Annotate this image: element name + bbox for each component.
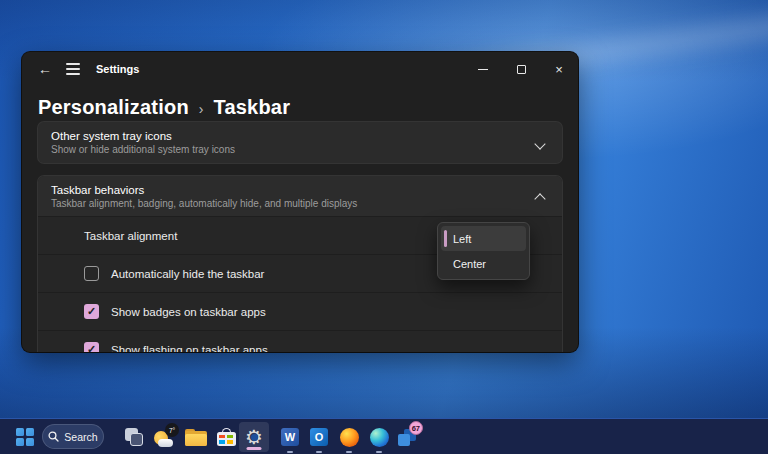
dropdown-option-left[interactable]: Left bbox=[441, 226, 526, 251]
firefox-button[interactable] bbox=[335, 419, 363, 454]
search-label: Search bbox=[64, 431, 97, 443]
store-bag-icon bbox=[217, 428, 236, 446]
settings-taskbar-button[interactable]: ⚙ bbox=[239, 419, 269, 454]
gear-center-dot bbox=[251, 434, 258, 441]
dropdown-option-left-label: Left bbox=[453, 233, 471, 245]
alignment-dropdown: Left Center bbox=[437, 222, 530, 280]
dropdown-option-center-label: Center bbox=[453, 258, 486, 270]
windows-logo-icon bbox=[16, 428, 34, 446]
mail-icon: 67 bbox=[397, 427, 417, 447]
window-controls: × bbox=[464, 52, 578, 86]
firefox-icon bbox=[340, 428, 359, 447]
titlebar: ← Settings × bbox=[22, 52, 578, 86]
word-button[interactable]: W bbox=[276, 419, 304, 454]
minimize-button[interactable] bbox=[464, 52, 502, 86]
edge-button[interactable] bbox=[365, 419, 393, 454]
active-underline bbox=[247, 447, 262, 450]
screen: ← Settings × Personalization › Taskbar O… bbox=[0, 0, 768, 454]
mail-button[interactable]: 67 bbox=[393, 419, 421, 454]
running-indicator bbox=[376, 451, 382, 453]
edge-icon bbox=[370, 428, 389, 447]
selection-accent-bar bbox=[444, 230, 447, 247]
close-button[interactable]: × bbox=[540, 52, 578, 86]
settings-window: ← Settings × Personalization › Taskbar O… bbox=[22, 52, 578, 352]
show-flashing-label: Show flashing on taskbar apps bbox=[111, 344, 268, 353]
show-badges-row: ✓ Show badges on taskbar apps bbox=[38, 292, 562, 330]
running-indicator bbox=[316, 451, 322, 453]
titlebar-left: ← Settings bbox=[22, 62, 139, 76]
tray-icons-card[interactable]: Other system tray icons Show or hide add… bbox=[38, 122, 562, 163]
show-flashing-row: ✓ Show flashing on taskbar apps bbox=[38, 330, 562, 352]
store-button[interactable] bbox=[212, 419, 240, 454]
notification-badge: 67 bbox=[409, 421, 423, 435]
show-badges-checkbox[interactable]: ✓ bbox=[84, 304, 99, 319]
show-flashing-checkbox[interactable]: ✓ bbox=[84, 342, 99, 352]
dropdown-option-center[interactable]: Center bbox=[441, 251, 526, 276]
search-button[interactable]: Search bbox=[42, 424, 104, 449]
word-icon: W bbox=[281, 428, 299, 446]
running-indicator bbox=[346, 451, 352, 453]
file-explorer-button[interactable] bbox=[182, 419, 210, 454]
tray-card-text: Other system tray icons Show or hide add… bbox=[51, 130, 235, 155]
chevron-down-icon[interactable] bbox=[536, 138, 546, 148]
minimize-icon bbox=[478, 69, 488, 70]
outlook-icon: O bbox=[310, 428, 328, 446]
app-title: Settings bbox=[96, 63, 139, 75]
taskbar: Search 7° ⚙ bbox=[0, 418, 768, 454]
behaviors-header-text: Taskbar behaviors Taskbar alignment, bad… bbox=[51, 184, 357, 209]
back-icon[interactable]: ← bbox=[38, 62, 52, 76]
task-view-icon bbox=[124, 427, 144, 447]
weather-icon: 7° bbox=[154, 425, 178, 449]
folder-icon bbox=[185, 429, 207, 446]
auto-hide-label: Automatically hide the taskbar bbox=[111, 268, 264, 280]
running-indicator bbox=[287, 451, 293, 453]
maximize-icon bbox=[517, 65, 526, 74]
start-button[interactable] bbox=[10, 419, 40, 454]
auto-hide-checkbox[interactable] bbox=[84, 266, 99, 281]
breadcrumb: Personalization › Taskbar bbox=[22, 86, 578, 119]
temperature-badge: 7° bbox=[165, 423, 179, 437]
breadcrumb-separator: › bbox=[199, 99, 204, 117]
chevron-up-icon[interactable] bbox=[536, 191, 546, 201]
cloud-icon bbox=[158, 439, 173, 447]
tray-card-subtitle: Show or hide additional system tray icon… bbox=[51, 144, 235, 155]
breadcrumb-root[interactable]: Personalization bbox=[38, 96, 189, 119]
search-icon bbox=[48, 431, 59, 442]
behaviors-card-subtitle: Taskbar alignment, badging, automaticall… bbox=[51, 198, 357, 209]
settings-active-tile: ⚙ bbox=[239, 422, 269, 452]
task-view-button[interactable] bbox=[120, 419, 148, 454]
tray-card-title: Other system tray icons bbox=[51, 130, 235, 142]
show-badges-label: Show badges on taskbar apps bbox=[111, 306, 266, 318]
menu-icon[interactable] bbox=[66, 63, 80, 75]
outlook-button[interactable]: O bbox=[305, 419, 333, 454]
breadcrumb-current: Taskbar bbox=[213, 96, 290, 119]
maximize-button[interactable] bbox=[502, 52, 540, 86]
widgets-button[interactable]: 7° bbox=[151, 419, 181, 454]
behaviors-card-title: Taskbar behaviors bbox=[51, 184, 357, 196]
behaviors-card-header[interactable]: Taskbar behaviors Taskbar alignment, bad… bbox=[38, 176, 562, 216]
taskbar-alignment-label: Taskbar alignment bbox=[84, 230, 177, 242]
